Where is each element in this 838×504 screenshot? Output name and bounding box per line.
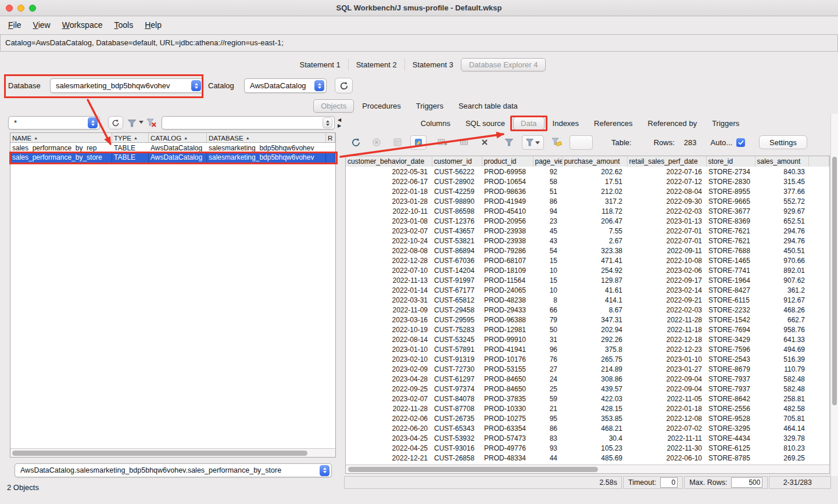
grid-header-page-views[interactable]: page_views <box>533 156 562 167</box>
data-row[interactable]: 2023-04-25 CUST-53932 PROD-57473 83 30.4… <box>346 433 829 443</box>
grid-header-product-id[interactable]: product_id <box>482 156 533 167</box>
reload-data-button[interactable] <box>348 135 364 150</box>
format-data-button[interactable] <box>410 135 427 150</box>
data-row[interactable]: 2022-11-09 CUST-29458 PROD-29433 66 8.67… <box>346 305 829 315</box>
data-row[interactable]: 2023-02-10 CUST-91319 PROD-10176 76 265.… <box>346 354 829 364</box>
timeout-input[interactable] <box>660 477 678 488</box>
data-row[interactable]: 2022-08-14 CUST-53245 PROD-99910 31 292.… <box>346 334 829 344</box>
data-row[interactable]: 2023-01-10 CUST-57891 PROD-41941 96 375.… <box>346 344 829 354</box>
data-grid-vertical-scrollbar[interactable] <box>830 114 838 476</box>
secondary-filter-select[interactable] <box>162 116 335 129</box>
insert-row-button[interactable] <box>435 135 451 150</box>
menu-workspace[interactable]: Workspace <box>56 19 109 31</box>
scrollbar-thumb[interactable] <box>12 451 307 456</box>
data-row[interactable]: 2023-03-16 CUST-29595 PROD-96388 79 347.… <box>346 315 829 325</box>
data-row[interactable]: 2022-11-28 CUST-87708 PROD-10330 21 428.… <box>346 404 829 413</box>
data-row[interactable]: 2023-02-09 CUST-72730 PROD-53155 27 214.… <box>346 364 829 374</box>
tab-columns[interactable]: Columns <box>414 117 457 129</box>
data-row[interactable]: 2022-10-19 CUST-75283 PROD-12981 50 202.… <box>346 325 829 334</box>
data-row[interactable]: 2022-08-08 CUST-86894 PROD-79286 54 323.… <box>346 246 829 255</box>
data-row[interactable]: 2022-12-28 CUST-67036 PROD-68107 15 471.… <box>346 255 829 265</box>
scrollbar-thumb[interactable] <box>832 157 837 405</box>
data-row[interactable]: 2023-01-08 CUST-12376 PROD-20956 23 206.… <box>346 216 829 226</box>
column-header-name[interactable]: NAME ▲ <box>10 133 112 142</box>
tab-statement-1[interactable]: Statement 1 <box>292 59 348 71</box>
panel-splitter[interactable]: ◀ ▶ <box>337 115 344 480</box>
object-list-horizontal-scrollbar[interactable] <box>10 448 335 457</box>
filter-dropdown-button[interactable] <box>522 135 544 150</box>
save-changes-button[interactable] <box>389 135 406 150</box>
tab-statement-2[interactable]: Statement 2 <box>348 59 404 71</box>
data-row[interactable]: 2022-01-18 CUST-42259 PROD-98636 51 212.… <box>346 186 829 196</box>
tab-search-table-data[interactable]: Search table data <box>452 100 525 112</box>
catalog-select[interactable]: AwsDataCatalog <box>244 78 327 93</box>
grid-header-purchase-amount[interactable]: purchase_amount <box>562 156 627 167</box>
object-path-select[interactable]: AwsDataCatalog.salesmarketing_bdp5bhqw6v… <box>15 463 332 477</box>
data-row[interactable]: 2022-09-25 CUST-97374 PROD-84650 25 439.… <box>346 384 829 394</box>
column-header-remarks[interactable]: R <box>326 133 335 142</box>
clear-filter-button[interactable] <box>145 117 158 129</box>
scrollbar-thumb[interactable] <box>348 467 598 472</box>
cell-retail-sales-perf-date: 2022-10-08 <box>627 255 706 265</box>
grid-header-sales-amount[interactable]: sales_amount <box>755 156 808 167</box>
reset-filter-button[interactable] <box>549 135 565 150</box>
data-row[interactable]: 2023-01-28 CUST-98890 PROD-41949 86 317.… <box>346 196 829 206</box>
max-rows-input[interactable] <box>731 477 762 488</box>
data-row[interactable]: 2022-05-31 CUST-56222 PROD-69958 92 202.… <box>346 167 829 177</box>
grid-header-customer-id[interactable]: customer_id <box>432 156 482 167</box>
column-header-type[interactable]: TYPE ▲ <box>112 133 149 142</box>
data-row[interactable]: 2023-02-07 CUST-43657 PROD-23938 45 7.55… <box>346 226 829 236</box>
data-row[interactable]: 2022-11-13 CUST-91997 PROD-11564 15 129.… <box>346 275 829 285</box>
grid-header-retail-sales-perf-date[interactable]: retail_sales_perf_date <box>627 156 706 167</box>
data-row[interactable]: 2022-03-31 CUST-65812 PROD-48238 8 414.1… <box>346 295 829 305</box>
apply-filter-button[interactable] <box>126 117 138 129</box>
tab-procedures[interactable]: Procedures <box>355 100 407 112</box>
object-row[interactable]: sales_performance_by_store TABLE AwsData… <box>10 153 335 163</box>
grid-header-customer-behavior-date[interactable]: customer_behavior_date <box>346 156 432 167</box>
tab-database-explorer[interactable]: Database Explorer 4 <box>461 58 546 71</box>
settings-button[interactable]: Settings <box>759 135 807 149</box>
data-row[interactable]: 2022-10-11 CUST-86598 PROD-45410 94 118.… <box>346 206 829 216</box>
data-row[interactable]: 2022-02-06 CUST-26735 PROD-10275 95 353.… <box>346 413 829 423</box>
data-grid-horizontal-scrollbar[interactable] <box>346 465 829 473</box>
cell-filler <box>808 206 829 216</box>
menu-file[interactable]: File <box>2 19 27 31</box>
tab-statement-3[interactable]: Statement 3 <box>404 59 461 71</box>
data-row[interactable]: 2022-04-25 CUST-93016 PROD-49776 93 105.… <box>346 443 829 453</box>
database-select[interactable]: salesmarketing_bdp5bhqw6vohev <box>50 78 203 93</box>
tab-sql-source[interactable]: SQL source <box>459 117 512 129</box>
data-row[interactable]: 2022-06-20 CUST-65343 PROD-63354 86 468.… <box>346 423 829 433</box>
tab-triggers-detail[interactable]: Triggers <box>705 117 746 129</box>
extra-tools-button[interactable] <box>570 135 593 150</box>
autoload-checkbox[interactable] <box>736 138 745 147</box>
filter-dropdown-icon[interactable] <box>139 121 144 124</box>
data-row[interactable]: 2023-02-07 CUST-84078 PROD-37835 59 422.… <box>346 394 829 404</box>
tab-triggers[interactable]: Triggers <box>409 100 450 112</box>
data-row[interactable]: 2022-06-17 CUST-28902 PROD-10654 58 17.5… <box>346 177 829 186</box>
filter-data-button[interactable] <box>501 135 517 150</box>
data-row[interactable]: 2022-01-14 CUST-67177 PROD-24065 10 41.6… <box>346 285 829 295</box>
object-row[interactable]: sales_performance_by_rep TABLE AwsDataCa… <box>10 143 335 153</box>
delete-row-button[interactable] <box>477 135 493 150</box>
copy-row-button[interactable] <box>456 135 472 150</box>
tab-data[interactable]: Data <box>513 117 544 130</box>
cell-purchase-amount: 202.62 <box>562 167 627 177</box>
data-row[interactable]: 2022-10-24 CUST-53821 PROD-23938 43 2.67… <box>346 236 829 246</box>
reload-list-button[interactable] <box>108 116 123 129</box>
name-filter-select[interactable]: * <box>8 116 100 129</box>
tab-references[interactable]: References <box>587 117 639 129</box>
tab-objects[interactable]: Objects <box>313 99 354 113</box>
tab-referenced-by[interactable]: Referenced by <box>641 117 704 129</box>
grid-header-store-id[interactable]: store_id <box>706 156 755 167</box>
menu-tools[interactable]: Tools <box>108 19 139 31</box>
menu-view[interactable]: View <box>27 19 56 31</box>
data-row[interactable]: 2022-07-10 CUST-14204 PROD-18109 10 254.… <box>346 265 829 275</box>
data-row[interactable]: 2023-04-28 CUST-61297 PROD-84650 24 308.… <box>346 374 829 384</box>
reload-objects-button[interactable] <box>335 78 353 93</box>
column-header-database[interactable]: DATABASE ▲ <box>207 133 326 142</box>
tab-indexes[interactable]: Indexes <box>546 117 586 129</box>
data-row[interactable]: 2022-12-21 CUST-26858 PROD-48334 44 485.… <box>346 453 829 463</box>
column-header-catalog[interactable]: CATALOG ▲ <box>149 133 207 142</box>
menu-help[interactable]: Help <box>139 19 167 31</box>
cancel-retrieve-button[interactable] <box>368 135 385 150</box>
